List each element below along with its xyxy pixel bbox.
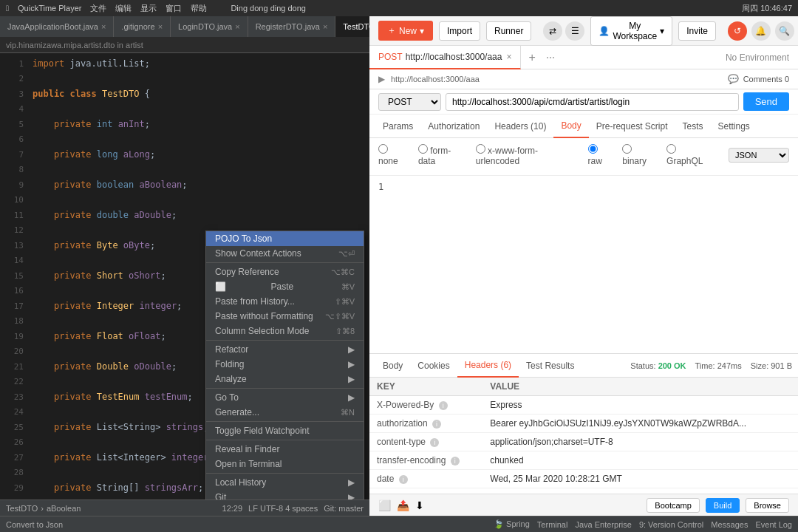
ctx-git[interactable]: Git ▶ — [206, 490, 364, 499]
chevron-right-icon: ▶ — [348, 477, 355, 488]
bell-icon-btn[interactable]: 🔔 — [751, 21, 771, 41]
ctx-folding[interactable]: Folding ▶ — [206, 357, 364, 372]
resp-tab-headers[interactable]: Headers (6) — [457, 354, 519, 378]
new-button[interactable]: ＋ New ▾ — [378, 21, 433, 41]
radio-binary[interactable]: binary — [622, 144, 658, 166]
radio-graphql[interactable]: GraphQL — [666, 144, 714, 166]
version-control[interactable]: 9: Version Control — [639, 520, 703, 529]
info-icon[interactable]: i — [439, 401, 448, 410]
separator — [206, 440, 364, 440]
tab-register-dto[interactable]: RegisterDTO.java × — [248, 16, 336, 37]
expand-icon[interactable]: ▶ — [378, 74, 385, 84]
subtab-params[interactable]: Params — [375, 115, 420, 138]
add-tab-button[interactable]: + — [521, 51, 542, 64]
branch-spring[interactable]: 🍃 Spring — [494, 519, 530, 529]
bootcamp-button[interactable]: Bootcamp — [647, 498, 700, 513]
runner-button[interactable]: Runner — [486, 21, 531, 41]
subtab-body[interactable]: Body — [553, 115, 588, 138]
ctx-copy-reference[interactable]: Copy Reference ⌥⌘C — [206, 265, 364, 279]
subtab-headers[interactable]: Headers (10) — [487, 115, 553, 138]
close-tab-icon[interactable]: × — [323, 22, 327, 31]
ctx-refactor[interactable]: Refactor ▶ — [206, 342, 364, 357]
info-icon[interactable]: i — [399, 475, 408, 484]
event-log[interactable]: Event Log — [755, 520, 792, 529]
ctx-show-context-actions[interactable]: Show Context Actions ⌥⏎ — [206, 246, 364, 261]
ctx-analyze[interactable]: Analyze ▶ — [206, 372, 364, 386]
ctx-local-history[interactable]: Local History ▶ — [206, 475, 364, 490]
import-button[interactable]: Import — [439, 21, 480, 41]
app-name[interactable]: QuickTime Player — [18, 4, 81, 13]
tab-test-dto[interactable]: TestDTO.java × — [335, 16, 369, 37]
ctx-reveal-finder[interactable]: Reveal in Finder — [206, 442, 364, 457]
ctx-goto[interactable]: Go To ▶ — [206, 390, 364, 405]
branch-terminal[interactable]: Terminal — [537, 520, 568, 529]
resp-tab-test-results[interactable]: Test Results — [519, 354, 582, 378]
radio-form-data[interactable]: form-data — [418, 144, 467, 166]
postman-bottom-bar: ⬜ 📤 ⬇ Bootcamp Build Browse — [369, 494, 798, 516]
request-tab-post[interactable]: POST http://localhost:3000/aaa × — [369, 46, 521, 69]
browse-button[interactable]: Browse — [746, 498, 789, 513]
code-line: 7 private long aLong; — [0, 147, 369, 163]
separator — [206, 340, 364, 341]
method-url-row: POST GET PUT DELETE Send — [369, 89, 798, 115]
search-icon-btn[interactable]: 🔍 — [775, 21, 794, 41]
java-enterprise[interactable]: Java Enterprise — [575, 520, 631, 529]
ctx-open-terminal[interactable]: Open in Terminal — [206, 457, 364, 471]
menu-window[interactable]: 窗口 — [166, 3, 182, 14]
tab-java-application-boot[interactable]: JavaApplicationBoot.java × — [0, 16, 114, 37]
close-tab-icon[interactable]: × — [506, 52, 511, 62]
ctx-pojo-to-json[interactable]: POJO To Json — [206, 231, 364, 246]
close-tab-icon[interactable]: × — [101, 22, 106, 31]
method-select[interactable]: POST GET PUT DELETE — [378, 93, 441, 111]
subtab-authorization[interactable]: Authorization — [420, 115, 487, 138]
subtab-settings[interactable]: Settings — [711, 115, 757, 138]
menu-file[interactable]: 文件 — [90, 3, 106, 14]
menu-view[interactable]: 显示 — [140, 3, 157, 14]
radio-none[interactable]: none — [378, 144, 409, 166]
url-input[interactable] — [446, 93, 739, 111]
more-tabs-icon[interactable]: ⋯ — [546, 52, 555, 63]
toolbar-icon-btn[interactable]: ☰ — [565, 21, 584, 41]
subtab-tests[interactable]: Tests — [675, 115, 710, 138]
ctx-paste[interactable]: ⬜ Paste ⌘V — [206, 279, 364, 294]
info-icon[interactable]: i — [432, 420, 441, 429]
code-line: 3public class TestDTO { — [0, 86, 369, 102]
code-line: 9 private boolean aBoolean; — [0, 177, 369, 193]
chevron-down-icon: ▾ — [420, 26, 424, 36]
info-icon[interactable]: i — [430, 438, 439, 447]
resp-tab-body[interactable]: Body — [375, 354, 410, 378]
subtab-pre-request[interactable]: Pre-request Script — [589, 115, 675, 138]
ctx-paste-from-history[interactable]: Paste from History... ⇧⌘V — [206, 294, 364, 309]
body-format-select[interactable]: JSON Text JavaScript HTML XML — [729, 148, 789, 163]
toolbar-icon-btn[interactable]: ⇄ — [543, 21, 562, 41]
table-row: X-Powered-By i Express — [369, 396, 798, 415]
paste-icon: ⬜ — [215, 282, 226, 292]
tab-gitignore[interactable]: .gitignore × — [114, 16, 171, 37]
build-button[interactable]: Build — [706, 498, 740, 513]
body-editor[interactable]: 1 — [369, 176, 798, 353]
menu-help[interactable]: 帮助 — [191, 3, 207, 14]
radio-urlencoded[interactable]: x-www-form-urlencoded — [476, 144, 579, 166]
ctx-generate[interactable]: Generate... ⌘N — [206, 405, 364, 420]
ctx-column-selection[interactable]: Column Selection Mode ⇧⌘8 — [206, 324, 364, 338]
info-icon[interactable]: i — [451, 457, 460, 466]
code-line: 1import java.util.List; — [0, 56, 369, 72]
table-row: transfer-encoding i chunked — [369, 451, 798, 470]
sync-icon-btn[interactable]: ↺ — [728, 21, 747, 41]
radio-raw[interactable]: raw — [588, 144, 614, 166]
code-line: 5 private int anInt; — [0, 117, 369, 132]
messages[interactable]: Messages — [711, 520, 748, 529]
resp-tab-cookies[interactable]: Cookies — [410, 354, 457, 378]
separator — [206, 262, 364, 263]
ctx-toggle-watchpoint[interactable]: Toggle Field Watchpoint — [206, 423, 364, 438]
ctx-paste-without-formatting[interactable]: Paste without Formatting ⌥⇧⌘V — [206, 309, 364, 324]
close-tab-icon[interactable]: × — [235, 22, 239, 31]
send-button[interactable]: Send — [743, 92, 789, 111]
tab-login-dto[interactable]: LoginDTO.java × — [171, 16, 248, 37]
table-row: content-type i application/json;charset=… — [369, 433, 798, 451]
apple-icon[interactable]:  — [6, 4, 9, 13]
menu-edit[interactable]: 编辑 — [115, 3, 132, 14]
close-tab-icon[interactable]: × — [158, 22, 163, 31]
invite-button[interactable]: Invite — [678, 21, 716, 41]
workspace-button[interactable]: 👤 My Workspace ▾ — [590, 16, 672, 46]
